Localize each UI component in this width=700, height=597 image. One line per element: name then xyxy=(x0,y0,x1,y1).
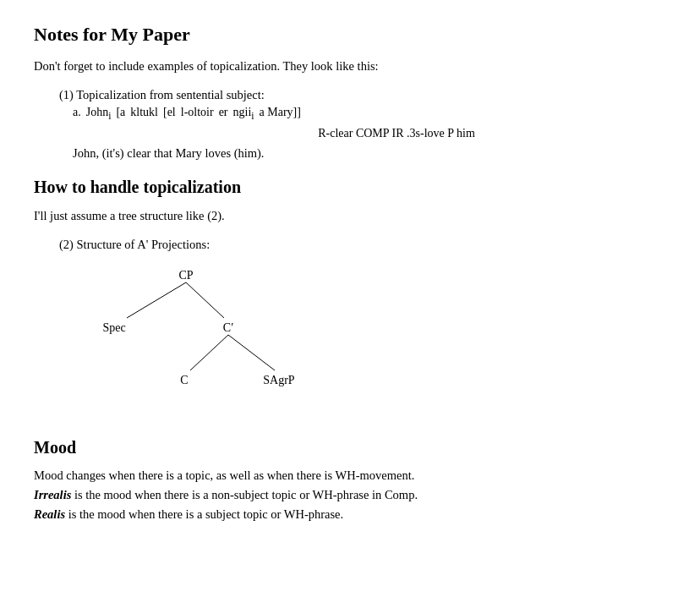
word-bracket: [a xyxy=(116,106,130,122)
mood-irrealis: Irrealis xyxy=(34,488,71,501)
example-1-block: (1) Topicalization from sentential subje… xyxy=(59,88,666,162)
heading-suffix: topicalization xyxy=(139,178,241,196)
word-ngii: ngiii xyxy=(233,106,260,122)
tree-line-cp-spec xyxy=(127,282,186,318)
interlinear-table: a. Johni [a kltukl [el l-oltoir er ngiii… xyxy=(73,106,306,122)
section2-body: I'll just assume a tree structure like (… xyxy=(34,207,666,226)
mood-text-2-rest: is the mood when there is a non-subject … xyxy=(71,488,418,501)
tree-node-c: C xyxy=(180,374,188,386)
tree-node-cprime: C′ xyxy=(223,321,233,334)
example-2-label: (2) Structure of A' Projections: xyxy=(59,238,666,252)
mood-section: Mood Mood changes when there is a topic,… xyxy=(34,438,666,525)
page-title: Notes for My Paper xyxy=(34,24,666,46)
word-el: [el xyxy=(163,106,181,122)
tree-node-spec: Spec xyxy=(102,321,125,334)
section2-heading: How to handle topicalization xyxy=(34,178,666,197)
mood-text-1: Mood changes when there is a topic, as w… xyxy=(34,466,666,485)
word-a-mary: a Mary]] xyxy=(260,106,306,122)
example-1-label: (1) Topicalization from sentential subje… xyxy=(59,88,666,102)
tree-container: CP Spec C′ C SAgrP xyxy=(76,260,666,421)
tree-line-cprime-c xyxy=(190,335,228,370)
mood-heading: Mood xyxy=(34,438,666,457)
tree-line-cp-cprime xyxy=(186,282,224,318)
tree-line-cprime-sagrp xyxy=(228,335,275,370)
word-er: er xyxy=(219,106,233,122)
intro-text: Don't forget to include examples of topi… xyxy=(34,58,666,76)
example-1-translation: John, (it's) clear that Mary loves (him)… xyxy=(73,146,666,161)
word-kltukl: kltukl xyxy=(130,106,163,122)
tree-node-cp: CP xyxy=(178,269,193,282)
example-1-gloss: R-clear COMP IR .3s-love P him xyxy=(127,123,666,144)
mood-text-3-rest: is the mood when there is a subject topi… xyxy=(65,507,343,521)
example-2-block: (2) Structure of A' Projections: CP Spec… xyxy=(59,238,666,421)
mood-text-2: Irrealis is the mood when there is a non… xyxy=(34,485,666,505)
mood-text-3: Realis is the mood when there is a subje… xyxy=(34,505,666,524)
heading-prefix: How to xyxy=(34,178,90,196)
word-loltoir: l-oltoir xyxy=(181,106,219,122)
mood-realis: Realis xyxy=(34,507,65,521)
word-a: a. xyxy=(73,106,86,122)
tree-svg: CP Spec C′ C SAgrP xyxy=(76,260,313,421)
word-john: Johni xyxy=(86,106,117,122)
heading-bold: handle xyxy=(90,178,139,196)
tree-node-sagrp: SAgrP xyxy=(263,374,295,386)
